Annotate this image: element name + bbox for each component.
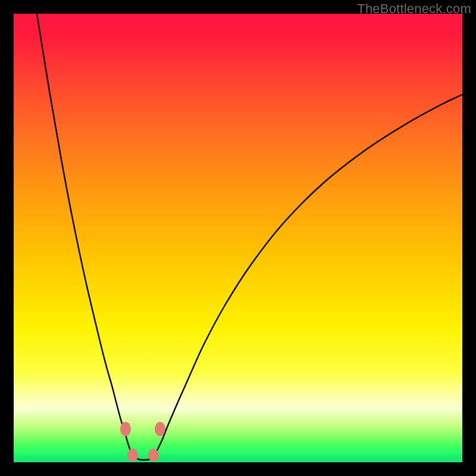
plot-area: [14, 14, 462, 462]
valley-marker-left-lower: [127, 449, 138, 462]
bottleneck-curve: [14, 14, 462, 462]
valley-marker-right-lower: [148, 449, 159, 462]
curve-right-branch: [154, 95, 462, 456]
valley-marker-right-upper: [155, 422, 165, 436]
curve-left-branch: [37, 14, 133, 456]
valley-marker-left-upper: [120, 422, 131, 436]
